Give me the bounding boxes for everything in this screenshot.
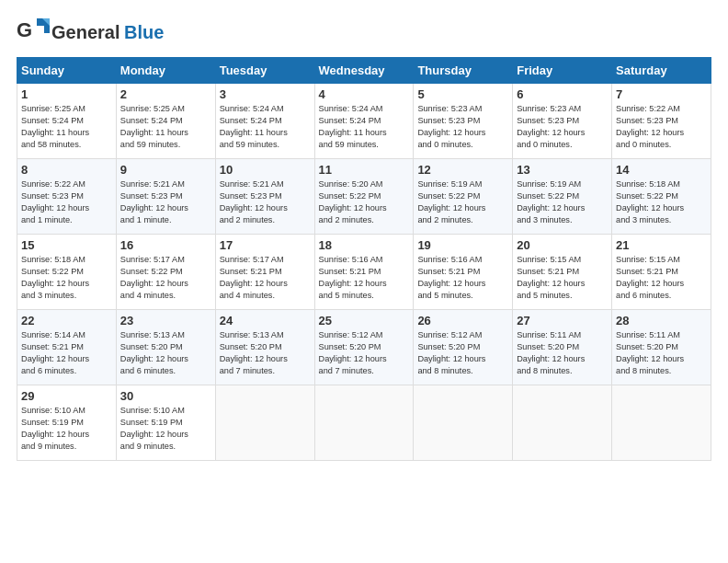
day-number: 16 — [120, 238, 211, 252]
header: G General Blue — [17, 17, 711, 48]
cell-info: Sunrise: 5:15 AMSunset: 5:21 PMDaylight:… — [616, 254, 707, 302]
cell-info: Sunrise: 5:13 AMSunset: 5:20 PMDaylight:… — [220, 329, 311, 377]
calendar-cell: 25Sunrise: 5:12 AMSunset: 5:20 PMDayligh… — [314, 310, 414, 385]
day-number: 23 — [120, 314, 211, 327]
calendar-cell: 19Sunrise: 5:16 AMSunset: 5:21 PMDayligh… — [414, 235, 513, 310]
svg-text:G: G — [17, 18, 32, 41]
day-number: 5 — [417, 87, 508, 101]
calendar-cell: 5Sunrise: 5:23 AMSunset: 5:23 PMDaylight… — [414, 84, 513, 159]
calendar-cell: 13Sunrise: 5:19 AMSunset: 5:22 PMDayligh… — [513, 159, 612, 235]
calendar-row-5: 29Sunrise: 5:10 AMSunset: 5:19 PMDayligh… — [17, 385, 711, 461]
calendar-cell: 22Sunrise: 5:14 AMSunset: 5:21 PMDayligh… — [17, 310, 117, 385]
cell-info: Sunrise: 5:24 AMSunset: 5:24 PMDaylight:… — [319, 103, 410, 151]
calendar-cell — [513, 385, 612, 461]
cell-info: Sunrise: 5:17 AMSunset: 5:22 PMDaylight:… — [120, 254, 211, 302]
day-number: 25 — [319, 314, 410, 327]
calendar-row-3: 15Sunrise: 5:18 AMSunset: 5:22 PMDayligh… — [17, 235, 711, 310]
calendar-cell: 20Sunrise: 5:15 AMSunset: 5:21 PMDayligh… — [513, 235, 612, 310]
day-number: 30 — [120, 389, 211, 403]
calendar-row-2: 8Sunrise: 5:22 AMSunset: 5:23 PMDaylight… — [17, 159, 711, 235]
day-number: 7 — [616, 87, 707, 101]
day-number: 20 — [517, 238, 608, 252]
day-number: 27 — [517, 314, 608, 327]
calendar-header-row: Sunday Monday Tuesday Wednesday Thursday… — [17, 58, 711, 84]
day-number: 26 — [417, 314, 508, 327]
day-number: 8 — [21, 163, 112, 177]
calendar-cell: 21Sunrise: 5:15 AMSunset: 5:21 PMDayligh… — [612, 235, 711, 310]
calendar-cell — [414, 385, 513, 461]
calendar-cell: 1Sunrise: 5:25 AMSunset: 5:24 PMDaylight… — [17, 84, 117, 159]
day-number: 12 — [417, 163, 508, 177]
day-number: 15 — [21, 238, 112, 252]
day-number: 4 — [319, 87, 410, 101]
cell-info: Sunrise: 5:11 AMSunset: 5:20 PMDaylight:… — [517, 329, 608, 377]
calendar-row-1: 1Sunrise: 5:25 AMSunset: 5:24 PMDaylight… — [17, 84, 711, 159]
cell-info: Sunrise: 5:12 AMSunset: 5:20 PMDaylight:… — [417, 329, 508, 377]
cell-info: Sunrise: 5:13 AMSunset: 5:20 PMDaylight:… — [120, 329, 211, 377]
day-number: 28 — [616, 314, 707, 327]
cell-info: Sunrise: 5:14 AMSunset: 5:21 PMDaylight:… — [21, 329, 112, 377]
cell-info: Sunrise: 5:21 AMSunset: 5:23 PMDaylight:… — [120, 178, 211, 226]
calendar-cell: 8Sunrise: 5:22 AMSunset: 5:23 PMDaylight… — [17, 159, 117, 235]
header-saturday: Saturday — [612, 58, 711, 84]
calendar-cell — [314, 385, 414, 461]
cell-info: Sunrise: 5:20 AMSunset: 5:22 PMDaylight:… — [319, 178, 410, 226]
calendar-cell: 2Sunrise: 5:25 AMSunset: 5:24 PMDaylight… — [116, 84, 215, 159]
calendar-cell: 28Sunrise: 5:11 AMSunset: 5:20 PMDayligh… — [612, 310, 711, 385]
calendar-cell: 27Sunrise: 5:11 AMSunset: 5:20 PMDayligh… — [513, 310, 612, 385]
cell-info: Sunrise: 5:22 AMSunset: 5:23 PMDaylight:… — [616, 103, 707, 151]
cell-info: Sunrise: 5:24 AMSunset: 5:24 PMDaylight:… — [220, 103, 311, 151]
day-number: 19 — [417, 238, 508, 252]
cell-info: Sunrise: 5:15 AMSunset: 5:21 PMDaylight:… — [517, 254, 608, 302]
cell-info: Sunrise: 5:25 AMSunset: 5:24 PMDaylight:… — [21, 103, 112, 151]
calendar-cell: 24Sunrise: 5:13 AMSunset: 5:20 PMDayligh… — [215, 310, 314, 385]
calendar-cell: 15Sunrise: 5:18 AMSunset: 5:22 PMDayligh… — [17, 235, 117, 310]
calendar-cell: 26Sunrise: 5:12 AMSunset: 5:20 PMDayligh… — [414, 310, 513, 385]
calendar-cell: 12Sunrise: 5:19 AMSunset: 5:22 PMDayligh… — [414, 159, 513, 235]
calendar-cell: 3Sunrise: 5:24 AMSunset: 5:24 PMDaylight… — [215, 84, 314, 159]
calendar-cell: 16Sunrise: 5:17 AMSunset: 5:22 PMDayligh… — [116, 235, 215, 310]
calendar-cell: 29Sunrise: 5:10 AMSunset: 5:19 PMDayligh… — [17, 385, 117, 461]
day-number: 1 — [21, 87, 112, 101]
day-number: 24 — [220, 314, 311, 327]
header-monday: Monday — [116, 58, 215, 84]
day-number: 29 — [21, 389, 112, 403]
cell-info: Sunrise: 5:25 AMSunset: 5:24 PMDaylight:… — [120, 103, 211, 151]
day-number: 13 — [517, 163, 608, 177]
cell-info: Sunrise: 5:17 AMSunset: 5:21 PMDaylight:… — [220, 254, 311, 302]
cell-info: Sunrise: 5:19 AMSunset: 5:22 PMDaylight:… — [417, 178, 508, 226]
cell-info: Sunrise: 5:11 AMSunset: 5:20 PMDaylight:… — [616, 329, 707, 377]
calendar-cell: 17Sunrise: 5:17 AMSunset: 5:21 PMDayligh… — [215, 235, 314, 310]
calendar-cell: 30Sunrise: 5:10 AMSunset: 5:19 PMDayligh… — [116, 385, 215, 461]
logo: G General Blue — [17, 17, 164, 48]
calendar-cell: 10Sunrise: 5:21 AMSunset: 5:23 PMDayligh… — [215, 159, 314, 235]
calendar-cell: 11Sunrise: 5:20 AMSunset: 5:22 PMDayligh… — [314, 159, 414, 235]
day-number: 3 — [220, 87, 311, 101]
day-number: 10 — [220, 163, 311, 177]
day-number: 22 — [21, 314, 112, 327]
day-number: 6 — [517, 87, 608, 101]
cell-info: Sunrise: 5:18 AMSunset: 5:22 PMDaylight:… — [616, 178, 707, 226]
logo-general: General — [51, 22, 119, 42]
calendar-row-4: 22Sunrise: 5:14 AMSunset: 5:21 PMDayligh… — [17, 310, 711, 385]
cell-info: Sunrise: 5:18 AMSunset: 5:22 PMDaylight:… — [21, 254, 112, 302]
calendar-cell: 18Sunrise: 5:16 AMSunset: 5:21 PMDayligh… — [314, 235, 414, 310]
calendar-cell: 9Sunrise: 5:21 AMSunset: 5:23 PMDaylight… — [116, 159, 215, 235]
calendar-cell: 14Sunrise: 5:18 AMSunset: 5:22 PMDayligh… — [612, 159, 711, 235]
calendar-table: Sunday Monday Tuesday Wednesday Thursday… — [17, 57, 711, 461]
cell-info: Sunrise: 5:16 AMSunset: 5:21 PMDaylight:… — [319, 254, 410, 302]
cell-info: Sunrise: 5:16 AMSunset: 5:21 PMDaylight:… — [417, 254, 508, 302]
cell-info: Sunrise: 5:21 AMSunset: 5:23 PMDaylight:… — [220, 178, 311, 226]
calendar-cell — [612, 385, 711, 461]
calendar-cell — [215, 385, 314, 461]
header-thursday: Thursday — [414, 58, 513, 84]
logo-blue: Blue — [124, 22, 164, 42]
cell-info: Sunrise: 5:22 AMSunset: 5:23 PMDaylight:… — [21, 178, 112, 226]
day-number: 2 — [120, 87, 211, 101]
cell-info: Sunrise: 5:23 AMSunset: 5:23 PMDaylight:… — [517, 103, 608, 151]
day-number: 9 — [120, 163, 211, 177]
cell-info: Sunrise: 5:12 AMSunset: 5:20 PMDaylight:… — [319, 329, 410, 377]
cell-info: Sunrise: 5:10 AMSunset: 5:19 PMDaylight:… — [21, 405, 112, 453]
header-wednesday: Wednesday — [314, 58, 414, 84]
calendar-cell: 23Sunrise: 5:13 AMSunset: 5:20 PMDayligh… — [116, 310, 215, 385]
